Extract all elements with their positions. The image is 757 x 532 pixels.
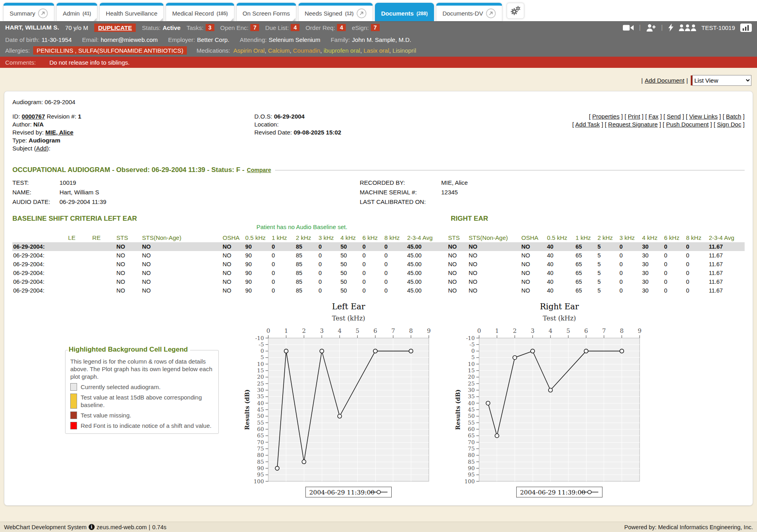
badge-label: Order Req: — [305, 24, 335, 31]
action-link-properties[interactable]: Properties — [592, 113, 619, 120]
svg-text:2004-06-29 11:39:00: 2004-06-29 11:39:00 — [309, 489, 375, 496]
svg-text:100: 100 — [464, 478, 475, 485]
svg-text:Right Ear: Right Ear — [540, 302, 579, 311]
action-link-fax[interactable]: Fax — [648, 113, 658, 120]
cell-value: NO — [116, 242, 141, 251]
cell-value: 0 — [663, 277, 685, 286]
cell-value — [91, 260, 116, 269]
data-point — [486, 401, 490, 405]
tab-documents-dv[interactable]: Documents-DV — [436, 3, 502, 21]
badge-count[interactable]: 4 — [337, 24, 346, 31]
action-link-view-links[interactable]: View Links — [689, 113, 717, 120]
action-bracket: ] — [741, 121, 745, 128]
cell-value: 0 — [663, 242, 685, 251]
external-link-icon — [38, 8, 48, 18]
action-link-sign-doc[interactable]: Sign Doc — [717, 121, 741, 128]
settings-gear-button[interactable] — [507, 3, 524, 19]
cell-value: NO — [521, 269, 546, 277]
document-id-link[interactable]: 0000767 — [22, 113, 45, 120]
legend-item: Red Font is to indicate notice of a shif… — [70, 422, 214, 429]
revised-by-link[interactable]: MIE, Alice — [46, 129, 73, 136]
column-header: STS — [116, 233, 141, 242]
left-ear-section-title: BASELINE SHIFT CRITERIA LEFT EAR — [12, 215, 137, 222]
tab-medical-record[interactable]: Medical Record(185) — [166, 3, 234, 21]
test-info-label: NAME: — [12, 188, 59, 197]
test-info-row: MACHINE SERIAL #:12345 — [360, 188, 468, 197]
column-header: 1 kHz — [575, 233, 596, 242]
cell-value — [67, 242, 92, 251]
duplicate-flag[interactable]: DUPLICATE — [94, 24, 136, 32]
cell-value: NO — [447, 286, 468, 295]
badge-count[interactable]: 4 — [291, 24, 299, 31]
patient-detail: Employer:Better Corp. — [168, 36, 229, 43]
cell-value: NO — [116, 277, 141, 286]
svg-text:2: 2 — [302, 327, 306, 334]
cell-value: 0 — [685, 286, 708, 295]
action-bracket: ] — [620, 113, 625, 120]
cell-value: NO — [141, 242, 222, 251]
footer-system-name: WebChart Development System — [4, 524, 87, 530]
tab-health-surveillance[interactable]: Health Surveillance — [99, 3, 164, 21]
tab-admin[interactable]: Admin(41) — [56, 3, 97, 21]
external-link-icon[interactable] — [357, 8, 367, 18]
action-bracket: [ — [686, 113, 689, 120]
badge-count[interactable]: 3 — [206, 24, 214, 31]
svg-text:5: 5 — [260, 354, 264, 360]
badge-count[interactable]: 7 — [371, 24, 380, 31]
test-info-left: TEST:10019NAME:Hart, William SAUDIO DATE… — [12, 178, 360, 207]
compare-link[interactable]: Compare — [247, 167, 271, 173]
tab-documents[interactable]: Documents(288) — [375, 3, 434, 21]
svg-text:45: 45 — [257, 406, 264, 413]
cell-value: NO — [141, 260, 222, 269]
video-camera-icon[interactable] — [623, 24, 634, 31]
detail-value: Better Corp. — [197, 36, 230, 43]
svg-text:15: 15 — [468, 367, 475, 374]
action-link-batch[interactable]: Batch — [726, 113, 741, 120]
column-header: 4 kHz — [641, 233, 663, 242]
row-date: 06-29-2004: — [12, 277, 67, 286]
svg-text:-5: -5 — [470, 341, 475, 348]
column-header — [12, 233, 67, 242]
cell-value: 65 — [575, 260, 596, 269]
action-bracket: [ — [664, 113, 667, 120]
add-document-link[interactable]: Add Document — [645, 77, 684, 84]
cell-value: 5 — [596, 242, 618, 251]
action-link-push-document[interactable]: Push Document — [666, 121, 709, 128]
svg-text:20: 20 — [468, 374, 475, 380]
add-person-icon[interactable] — [646, 24, 656, 32]
svg-text:80: 80 — [468, 452, 475, 458]
svg-text:4: 4 — [338, 327, 342, 334]
subject-add-link[interactable]: Add — [36, 145, 47, 152]
test-info-label: LAST CALIBRATED ON: — [360, 197, 441, 207]
lightning-icon[interactable] — [668, 24, 674, 32]
column-header: STS(Non-Age) — [468, 233, 521, 242]
cell-value: 11.67 — [708, 242, 745, 251]
flowsheet-chart-button[interactable] — [740, 24, 752, 32]
svg-text:10: 10 — [257, 361, 264, 367]
badge-count[interactable]: 7 — [250, 24, 259, 31]
cell-value: 30 — [641, 251, 663, 260]
people-group-icon[interactable] — [679, 24, 696, 31]
tab-needs-signed[interactable]: Needs Signed(12) — [298, 3, 373, 21]
external-link-icon[interactable] — [38, 8, 48, 18]
cell-value: NO — [141, 286, 222, 295]
row-date: 06-29-2004: — [12, 286, 67, 295]
view-mode-select[interactable]: List View — [692, 75, 751, 86]
test-info-value: 10019 — [59, 178, 76, 188]
action-link-add-task[interactable]: Add Task — [575, 121, 600, 128]
tab-on-screen-forms[interactable]: On Screen Forms — [236, 3, 296, 21]
external-link-icon[interactable] — [486, 8, 496, 18]
cell-value: 85 — [295, 260, 318, 269]
svg-text:95: 95 — [257, 471, 264, 478]
tab-count: (288) — [416, 11, 428, 16]
cell-value: 0 — [362, 251, 384, 260]
svg-text:Results (dB): Results (dB) — [244, 390, 250, 430]
tab-summary[interactable]: Summary — [3, 3, 54, 21]
allergies-label: Allergies: — [5, 47, 30, 54]
svg-text:50: 50 — [468, 413, 475, 419]
action-link-send[interactable]: Send — [667, 113, 681, 120]
row-date: 06-29-2004: — [12, 251, 67, 260]
action-link-print[interactable]: Print — [628, 113, 640, 120]
svg-text:30: 30 — [257, 387, 264, 393]
action-link-request-signature[interactable]: Request Signature — [608, 121, 658, 128]
